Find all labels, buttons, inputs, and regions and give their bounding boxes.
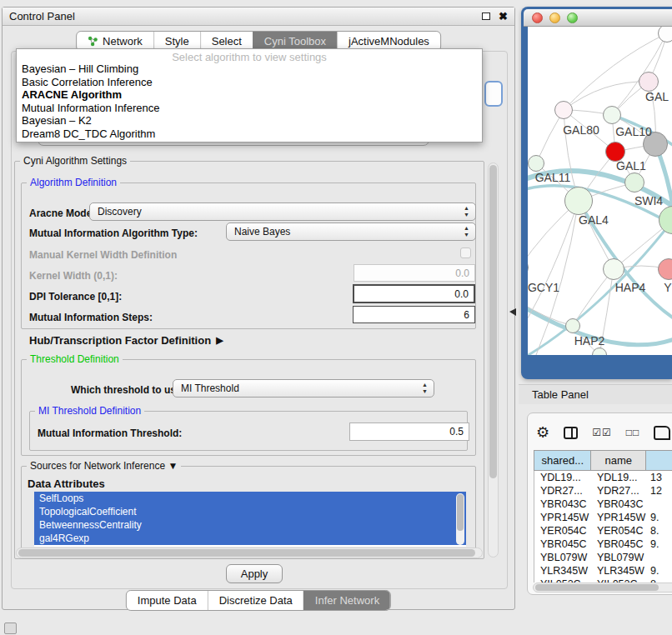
columns-icon[interactable] [564, 427, 578, 439]
table-row[interactable]: YDL19...YDL19...13 [534, 471, 672, 484]
mi-threshold-input[interactable]: 0.5 [349, 422, 469, 441]
mi-type-select[interactable]: Naive Bayes ▲▼ [226, 222, 476, 241]
cyni-bottom-tabs: Impute Data Discretize Data Infer Networ… [126, 590, 391, 611]
dropdown-options: Bayesian – Hill ClimbingBasic Correlatio… [17, 62, 482, 141]
network-canvas[interactable]: GALGAL80GAL10GAL1GAL11SWI4GAL4GCY1HAP4YH… [528, 27, 672, 355]
network-node-label: GAL4 [579, 213, 609, 227]
table-row[interactable]: YBR045CYBR045C9. [534, 538, 672, 551]
network-node-label: HAP2 [574, 334, 605, 348]
which-threshold-select[interactable]: MI Threshold ▲▼ [173, 379, 434, 398]
mi-steps-input[interactable]: 6 [353, 306, 475, 323]
restore-icon[interactable] [482, 12, 490, 20]
network-node[interactable] [624, 172, 644, 192]
mi-steps-value: 6 [464, 309, 469, 321]
table-cell: 12 [646, 485, 672, 497]
manual-kernel-checkbox[interactable] [460, 248, 471, 258]
dpi-tolerance-label: DPI Tolerance [0,1]: [29, 291, 122, 302]
apply-button[interactable]: Apply [226, 564, 283, 583]
mouse-cursor [509, 308, 516, 316]
aracne-mode-select[interactable]: Discovery ▲▼ [89, 202, 476, 221]
minimize-traffic-light-icon[interactable] [549, 12, 560, 23]
tab-label: Impute Data [138, 594, 197, 607]
table-cell: 9. [646, 565, 672, 577]
algorithm-option[interactable]: Bayesian – Hill Climbing [17, 62, 482, 76]
network-node[interactable] [565, 318, 580, 333]
algorithm-option[interactable]: Dream8 DC_TDC Algorithm [17, 128, 482, 141]
algorithm-option[interactable]: Bayesian – K2 [17, 114, 482, 128]
dpi-tolerance-input[interactable]: 0.0 [353, 284, 475, 303]
table-cell: YDR27... [591, 485, 646, 497]
table-row[interactable]: YBL079WYBL079W [534, 551, 672, 564]
data-attribute-item[interactable]: gal4RGexp [34, 532, 466, 545]
network-node[interactable] [554, 101, 573, 119]
table-row[interactable]: YER054CYER054C8. [534, 524, 672, 538]
network-node[interactable] [603, 258, 624, 280]
data-attribute-item[interactable]: BetweennessCentrality [34, 518, 466, 532]
stepper-arrows-icon: ▲▼ [464, 225, 469, 238]
table-cell: YLR345W [591, 565, 646, 577]
network-node[interactable] [603, 106, 621, 124]
tab-impute-data[interactable]: Impute Data [127, 591, 208, 610]
network-node[interactable] [639, 72, 659, 92]
kernel-width-input[interactable]: 0.0 [354, 264, 475, 282]
settings-horizontal-scrollbar[interactable] [16, 548, 483, 558]
hub-factor-expander[interactable]: Hub/Transcription Factor Definition ▶ [29, 334, 223, 347]
table-horizontal-scrollbar[interactable] [533, 582, 672, 592]
column-header-name[interactable]: name [590, 451, 645, 470]
network-icon [88, 36, 98, 47]
network-node[interactable] [564, 187, 593, 215]
table-row[interactable]: YBR043CYBR043C [534, 498, 672, 511]
data-attribute-item[interactable]: SelfLoops [34, 492, 466, 505]
algorithm-option[interactable]: Mutual Information Inference [17, 102, 482, 115]
which-threshold-value: MI Threshold [181, 382, 239, 394]
table-cell: YBR043C [591, 498, 646, 510]
table-header: shared... name [534, 450, 672, 471]
dpi-tolerance-value: 0.0 [454, 288, 469, 300]
network-window-titlebar[interactable] [524, 9, 672, 27]
select-all-columns-icon[interactable]: ☑☑ [592, 427, 612, 438]
table-cell: YPR145W [534, 512, 591, 523]
gear-icon[interactable]: ⚙ [536, 425, 549, 440]
expander-expanded-icon[interactable]: ▼ [168, 460, 178, 472]
table-row[interactable]: YPR145WYPR145W9. [534, 511, 672, 524]
mi-type-label: Mutual Information Algorithm Type: [29, 228, 198, 239]
manual-kernel-label: Manual Kernel Width Definition [29, 249, 177, 261]
stepper-arrows-icon: ▲▼ [422, 382, 428, 395]
network-view-window: GALGAL80GAL10GAL1GAL11SWI4GAL4GCY1HAP4YH… [521, 7, 672, 379]
network-node-label: GAL1 [616, 159, 646, 172]
tab-discretize-data[interactable]: Discretize Data [208, 591, 303, 610]
column-header-shared-name[interactable]: shared... [534, 451, 590, 470]
table-cell: YER054C [591, 525, 646, 537]
network-node-label: HAP4 [615, 281, 646, 294]
node-table: shared... name YDL19...YDL19...13YDR27..… [534, 450, 672, 582]
settings-vertical-scrollbar[interactable] [488, 162, 499, 558]
table-panel-card: ⚙ ☑☑ □□ shared... name YDL19...YDL19...1… [527, 412, 672, 595]
network-node[interactable] [528, 155, 544, 172]
zoom-traffic-light-icon[interactable] [567, 12, 578, 23]
tab-label: jActiveMNodules [349, 35, 429, 48]
tab-label: Cyni Toolbox [264, 35, 326, 48]
table-body: YDL19...YDL19...13YDR27...YDR27...12YBR0… [534, 471, 672, 582]
table-cell: YBR043C [534, 498, 591, 510]
control-panel-titlebar: Control Panel ✖ [3, 8, 514, 26]
data-attributes-list[interactable]: SelfLoopsTopologicalCoefficientBetweenne… [34, 492, 466, 547]
column-header-clipped[interactable] [645, 451, 672, 470]
close-icon[interactable]: ✖ [499, 11, 508, 22]
tab-infer-network[interactable]: Infer Network [303, 591, 390, 610]
tab-label: Network [103, 35, 143, 48]
table-mode-icon[interactable] [654, 426, 670, 440]
data-attribute-item[interactable]: TopologicalCoefficient [34, 505, 466, 518]
desktop: Control Panel ✖ Network Style Select [0, 0, 672, 635]
table-row[interactable]: YDR27...YDR27...12 [534, 484, 672, 498]
algorithm-option[interactable]: ARACNE Algorithm [17, 88, 482, 102]
table-row[interactable]: YLR345WYLR345W9. [534, 564, 672, 578]
dock-handle-button[interactable] [4, 622, 17, 634]
table-panel-titlebar: Table Panel [519, 384, 672, 404]
hub-factor-label: Hub/Transcription Factor Definition [29, 334, 211, 347]
algorithm-option[interactable]: Basic Correlation Inference [17, 76, 482, 89]
attributes-scrollbar[interactable] [456, 493, 464, 545]
table-cell: YBL079W [534, 552, 591, 563]
network-node-label: GCY1 [528, 281, 559, 294]
close-traffic-light-icon[interactable] [532, 12, 543, 23]
deselect-all-columns-icon[interactable]: □□ [626, 427, 640, 438]
